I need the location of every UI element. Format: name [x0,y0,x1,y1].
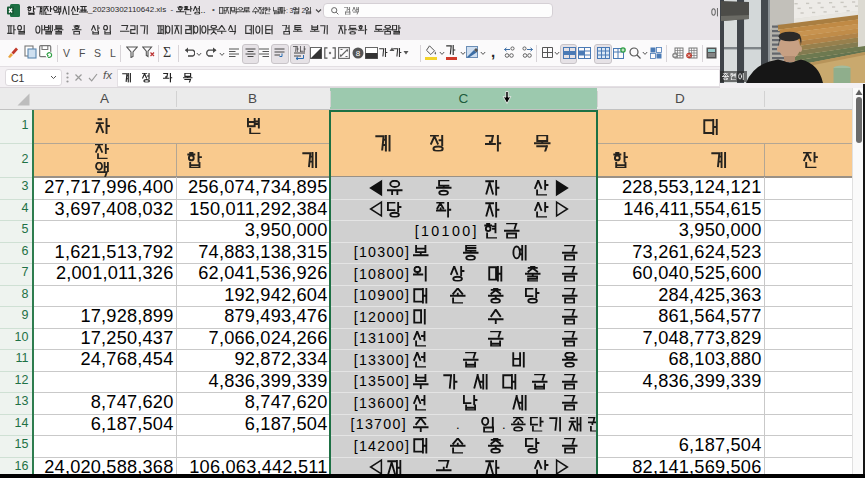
svg-text:8: 8 [356,48,361,57]
